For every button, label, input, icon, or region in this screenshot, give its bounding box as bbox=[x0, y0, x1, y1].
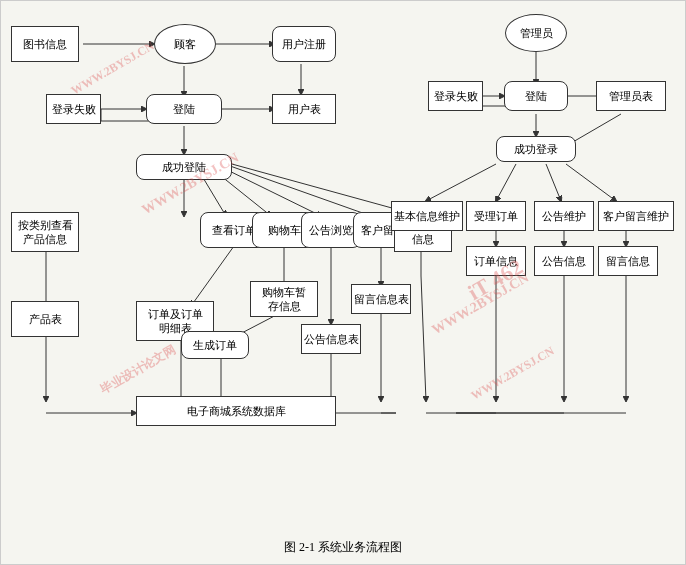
diagram-area: 图书信息 顾客 用户注册 登录失败 登陆 用户表 成功登陆 按类别查看 产品信息 bbox=[6, 6, 680, 534]
node-login-left: 登陆 bbox=[146, 94, 222, 124]
svg-line-40 bbox=[546, 164, 561, 201]
node-product-table: 产品表 bbox=[11, 301, 79, 337]
node-success-login-left: 成功登陆 bbox=[136, 154, 232, 180]
watermark-1: WWW.2BYSJ.CN bbox=[69, 39, 158, 99]
node-customer-comment-maintain: 客户留言维护 bbox=[598, 201, 674, 231]
node-shopping-cart-temp: 购物车暂 存信息 bbox=[250, 281, 318, 317]
svg-line-53 bbox=[421, 276, 426, 401]
watermark-5: WWW.2BYSJ.CN bbox=[469, 344, 558, 404]
node-notice-browse: 公告浏览 bbox=[301, 212, 361, 248]
node-customer: 顾客 bbox=[154, 24, 216, 64]
node-success-login-right: 成功登录 bbox=[496, 136, 576, 162]
node-db: 电子商城系统数据库 bbox=[136, 396, 336, 426]
node-user-table: 用户表 bbox=[272, 94, 336, 124]
node-admin-table: 管理员表 bbox=[596, 81, 666, 111]
node-browse-by-category: 按类别查看 产品信息 bbox=[11, 212, 79, 252]
watermark-4: 毕业设计论文网 bbox=[97, 341, 178, 398]
svg-line-39 bbox=[496, 164, 516, 201]
node-admin: 管理员 bbox=[505, 14, 567, 52]
node-user-register: 用户注册 bbox=[272, 26, 336, 62]
node-comment-info: 留言信息 bbox=[598, 246, 658, 276]
node-basic-info-maintain: 基本信息维护 bbox=[391, 201, 463, 231]
node-notice-info-table: 公告信息表 bbox=[301, 324, 361, 354]
svg-line-41 bbox=[566, 164, 616, 201]
node-handle-order: 受理订单 bbox=[466, 201, 526, 231]
node-login-fail-left: 登录失败 bbox=[46, 94, 101, 124]
main-container: 图书信息 顾客 用户注册 登录失败 登陆 用户表 成功登陆 按类别查看 产品信息 bbox=[0, 0, 686, 565]
node-comment-info-table: 留言信息表 bbox=[351, 284, 411, 314]
svg-line-38 bbox=[426, 164, 496, 201]
node-notice-info: 公告信息 bbox=[534, 246, 594, 276]
node-notice-maintain: 公告维护 bbox=[534, 201, 594, 231]
svg-line-17 bbox=[191, 246, 234, 306]
svg-line-14 bbox=[216, 161, 371, 216]
node-login-fail-right: 登录失败 bbox=[428, 81, 483, 111]
node-generate-order: 生成订单 bbox=[181, 331, 249, 359]
node-login-right: 登陆 bbox=[504, 81, 568, 111]
node-book-info: 图书信息 bbox=[11, 26, 79, 62]
caption: 图 2-1 系统业务流程图 bbox=[1, 539, 685, 556]
